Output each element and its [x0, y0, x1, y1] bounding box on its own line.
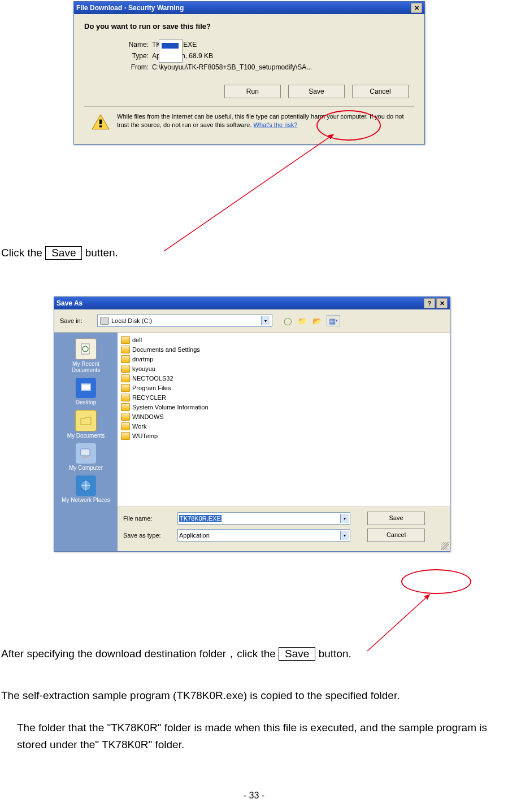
- savein-label: Save in:: [60, 317, 93, 324]
- svg-line-2: [164, 134, 333, 251]
- folder-icon: [121, 413, 130, 421]
- instruction-text-2: After specifying the download destinatio…: [1, 647, 351, 661]
- network-places-icon: [76, 475, 96, 496]
- file-download-dialog: File Download - Security Warning ✕ Do yo…: [73, 1, 425, 145]
- warning-text: While files from the Internet can be use…: [117, 112, 411, 133]
- folder-icon: [121, 432, 130, 440]
- list-item[interactable]: dell: [121, 335, 446, 344]
- chevron-down-icon[interactable]: ▾: [340, 531, 349, 540]
- resize-grip[interactable]: [441, 542, 449, 550]
- save-button[interactable]: Save: [367, 512, 425, 525]
- instruction-text-1: Click the Save butten.: [1, 246, 118, 260]
- close-icon[interactable]: ✕: [411, 3, 422, 13]
- list-item[interactable]: Documents and Settings: [121, 344, 446, 354]
- chevron-down-icon: ▾: [261, 316, 270, 325]
- my-computer-icon: [76, 443, 96, 464]
- svg-rect-7: [81, 449, 90, 456]
- save-as-dialog: Save As ? ✕ Save in: Local Disk (C:) ▾ ◯…: [54, 296, 450, 552]
- sidebar-item-recent[interactable]: My Recent Documents: [59, 337, 113, 374]
- desktop-icon: [76, 378, 96, 398]
- help-icon[interactable]: ?: [424, 298, 435, 308]
- folder-icon: [121, 355, 130, 363]
- folder-icon: [121, 365, 130, 373]
- dialog-title: Save As: [57, 299, 424, 307]
- titlebar[interactable]: File Download - Security Warning ✕: [74, 2, 424, 14]
- save-button[interactable]: Save: [288, 85, 345, 98]
- places-bar: My Recent Documents Desktop My Documents…: [54, 333, 118, 551]
- views-icon[interactable]: ▦▾: [327, 315, 340, 326]
- close-icon[interactable]: ✕: [436, 298, 448, 308]
- filename-field[interactable]: TK78K0R.EXE▾: [177, 512, 350, 525]
- list-item[interactable]: drvrtmp: [121, 354, 446, 364]
- inline-save-label: Save: [45, 246, 82, 260]
- folder-icon: [121, 374, 130, 382]
- sidebar-item-network[interactable]: My Network Places: [59, 474, 113, 504]
- list-item[interactable]: Program Files: [121, 383, 446, 392]
- inline-save-label: Save: [279, 647, 315, 661]
- cancel-button[interactable]: Cancel: [352, 85, 409, 98]
- back-icon[interactable]: ◯: [283, 316, 293, 326]
- page-number: - 33 -: [0, 791, 508, 801]
- svg-rect-8: [83, 456, 89, 458]
- chevron-down-icon[interactable]: ▾: [340, 514, 349, 523]
- svg-line-10: [367, 595, 429, 651]
- svg-rect-0: [99, 120, 102, 125]
- svg-rect-1: [99, 125, 102, 127]
- list-item[interactable]: Work: [121, 421, 446, 431]
- dialog-question: Do you want to run or save this file?: [84, 22, 414, 30]
- folder-icon: [121, 422, 130, 430]
- from-row: From:C:\kyouyuu\TK-RF8058+SB_T100_setupm…: [118, 63, 414, 71]
- list-item[interactable]: WUTemp: [121, 431, 446, 440]
- folder-icon: [121, 336, 130, 344]
- list-item[interactable]: kyouyuu: [121, 364, 446, 373]
- svg-rect-6: [82, 385, 90, 390]
- divider: [84, 106, 414, 107]
- body-paragraph-2: The folder that the "TK78K0R" folder is …: [17, 719, 503, 753]
- annotation-ellipse: [401, 569, 471, 594]
- disk-icon: [100, 317, 109, 325]
- list-item[interactable]: NECTOOLS32: [121, 373, 446, 383]
- folder-icon: [121, 384, 130, 392]
- savein-dropdown[interactable]: Local Disk (C:) ▾: [97, 315, 272, 327]
- saveastype-field[interactable]: Application▾: [177, 529, 350, 542]
- warning-icon: [91, 113, 110, 133]
- sidebar-item-desktop[interactable]: Desktop: [59, 377, 113, 407]
- body-paragraph-1: The self-extraction sample program (TK78…: [1, 688, 498, 704]
- run-button[interactable]: Run: [224, 85, 281, 98]
- recent-docs-icon: [75, 338, 97, 360]
- up-icon[interactable]: 📁: [297, 316, 307, 326]
- file-icon: [159, 39, 183, 63]
- folder-icon: [121, 403, 130, 411]
- saveastype-label: Save as type:: [123, 532, 172, 539]
- list-item[interactable]: RECYCLER: [121, 392, 446, 402]
- folder-icon: [121, 346, 130, 353]
- cancel-button[interactable]: Cancel: [367, 529, 425, 542]
- dialog-title: File Download - Security Warning: [76, 4, 411, 12]
- sidebar-item-mydocs[interactable]: My Documents: [59, 409, 113, 440]
- annotation-arrow: [350, 592, 441, 654]
- filename-label: File name:: [123, 515, 172, 522]
- whats-the-risk-link[interactable]: What's the risk?: [254, 121, 298, 128]
- sidebar-item-mycomputer[interactable]: My Computer: [59, 442, 113, 472]
- file-list[interactable]: dellDocuments and Settingsdrvrtmpkyouyuu…: [118, 333, 450, 507]
- folder-icon: [121, 394, 130, 401]
- my-documents-icon: [75, 410, 97, 431]
- titlebar[interactable]: Save As ? ✕: [54, 297, 450, 309]
- new-folder-icon[interactable]: 📂: [312, 316, 322, 326]
- list-item[interactable]: WINDOWS: [121, 412, 446, 421]
- annotation-arrow: [164, 130, 350, 254]
- list-item[interactable]: System Volume Information: [121, 402, 446, 412]
